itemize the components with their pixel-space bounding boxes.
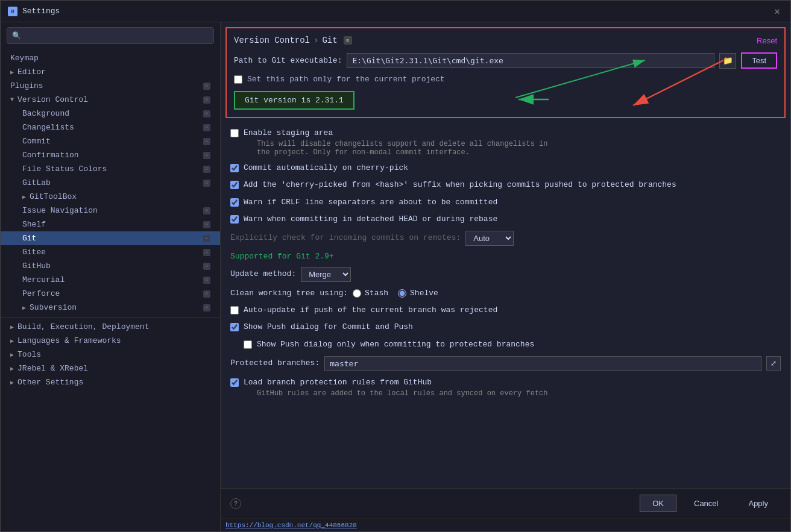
load-branch-protection-row: Load branch protection rules from GitHub… [230, 377, 781, 398]
sidebar-item-languages-frameworks[interactable]: ▶ Languages & Frameworks [1, 334, 220, 348]
stash-radio[interactable] [353, 289, 361, 298]
nav-tree: Keymap ▶ Editor Plugins ≡ ▼ Version Cont… [1, 49, 220, 531]
expand-arrow: ▶ [10, 351, 14, 358]
settings-icon: ≡ [203, 138, 210, 145]
expand-arrow: ▼ [10, 96, 14, 103]
enable-staging-desc2: the project. Only for non-modal commit i… [257, 148, 470, 157]
shelve-radio[interactable] [398, 289, 406, 298]
show-push-protected-checkbox[interactable] [244, 340, 252, 349]
reset-button[interactable]: Reset [757, 36, 777, 45]
show-push-protected-label: Show Push dialog only when committing to… [257, 339, 534, 350]
sidebar-item-tools[interactable]: ▶ Tools [1, 348, 220, 361]
commit-cherry-pick-label: Commit automatically on cherry-pick [244, 163, 408, 174]
nav-item-label: File Status Colors [22, 164, 107, 174]
help-button[interactable]: ? [230, 498, 241, 509]
search-icon: 🔍 [12, 31, 21, 40]
sidebar-item-mercurial[interactable]: Mercurial ≡ [1, 273, 220, 287]
settings-icon: ≡ [203, 290, 210, 298]
sidebar-item-perforce[interactable]: Perforce ≡ [1, 287, 220, 301]
incoming-commits-select[interactable]: Auto Always Never [465, 231, 514, 246]
nav-item-label: Perforce [22, 289, 60, 298]
protected-branches-row: Protected branches: ⤢ [230, 356, 781, 371]
auto-update-label: Auto-update if push of the current branc… [244, 305, 497, 316]
commit-cherry-pick-checkbox[interactable] [230, 164, 239, 172]
enable-staging-row: Enable staging area This will disable ch… [230, 128, 781, 157]
sidebar-item-gittoolbox[interactable]: ▶ GitToolBox [1, 190, 220, 204]
sidebar-item-jrebel-xrebel[interactable]: ▶ JRebel & XRebel [1, 361, 220, 375]
warn-detached-checkbox[interactable] [230, 215, 239, 224]
sidebar-item-gitlab[interactable]: GitLab ≡ [1, 176, 220, 190]
warn-crlf-label: Warn if CRLF line separators are about t… [244, 197, 497, 208]
cancel-button[interactable]: Cancel [681, 495, 731, 512]
warn-detached-label: Warn when committing in detached HEAD or… [244, 214, 497, 225]
load-branch-protection-label: Load branch protection rules from GitHub [244, 378, 432, 387]
sidebar-item-background[interactable]: Background ≡ [1, 107, 220, 120]
nav-item-label: Confirmation [22, 151, 79, 160]
settings-icon: ≡ [203, 207, 210, 214]
sidebar-item-git[interactable]: Git ≡ [1, 231, 220, 245]
enable-staging-checkbox[interactable] [230, 129, 239, 137]
shelve-option: Shelve [398, 288, 438, 299]
protected-branches-input[interactable] [324, 356, 761, 371]
status-url[interactable]: https://blog.csdn.net/qq_44866828 [225, 522, 357, 529]
settings-icon: ≡ [203, 221, 210, 228]
breadcrumb-separator: › [314, 36, 318, 45]
nav-item-label: Version Control [17, 95, 88, 104]
sidebar-item-commit[interactable]: Commit ≡ [1, 134, 220, 148]
update-method-select[interactable]: Merge Rebase [301, 267, 351, 282]
sidebar-item-editor[interactable]: ▶ Editor [1, 65, 220, 79]
stash-option: Stash [353, 288, 388, 299]
enable-staging-desc1: This will disable changelists support an… [257, 140, 547, 148]
set-path-checkbox[interactable] [234, 75, 242, 84]
close-button[interactable]: ✕ [771, 5, 783, 17]
show-push-dialog-label: Show Push dialog for Commit and Push [244, 322, 413, 333]
sidebar-item-version-control[interactable]: ▼ Version Control ≡ [1, 93, 220, 107]
sidebar-item-shelf[interactable]: Shelf ≡ [1, 217, 220, 231]
sidebar-item-other-settings[interactable]: ▶ Other Settings [1, 375, 220, 389]
expand-arrow: ▶ [10, 337, 14, 345]
nav-item-label: Git [22, 234, 36, 243]
sidebar-item-github[interactable]: GitHub ≡ [1, 259, 220, 273]
sidebar-item-subversion[interactable]: ▶ Subversion ≡ [1, 301, 220, 315]
warn-detached-row: Warn when committing in detached HEAD or… [230, 214, 781, 225]
update-method-row: Update method: Merge Rebase [230, 267, 781, 282]
sidebar-item-build-execution-deployment[interactable]: ▶ Build, Execution, Deployment [1, 320, 220, 334]
clean-tree-label: Clean working tree using: [230, 288, 348, 299]
warn-crlf-checkbox[interactable] [230, 198, 239, 207]
warn-crlf-row: Warn if CRLF line separators are about t… [230, 197, 781, 208]
load-branch-protection-checkbox[interactable] [230, 378, 239, 387]
expand-arrow: ▶ [10, 365, 14, 372]
sidebar-item-changelists[interactable]: Changelists ≡ [1, 120, 220, 134]
search-box[interactable]: 🔍 [7, 27, 214, 44]
cherry-pick-suffix-checkbox[interactable] [230, 181, 239, 189]
expand-arrow: ▶ [10, 324, 14, 331]
auto-update-checkbox[interactable] [230, 306, 239, 315]
settings-icon: ≡ [203, 304, 210, 311]
sidebar-item-keymap[interactable]: Keymap [1, 51, 220, 65]
apply-button[interactable]: Apply [736, 495, 781, 512]
ok-button[interactable]: OK [640, 495, 676, 512]
show-push-dialog-checkbox[interactable] [230, 323, 239, 331]
test-button[interactable]: Test [741, 52, 777, 69]
folder-browse-button[interactable]: 📁 [719, 53, 736, 69]
nav-item-label: GitHub [22, 261, 51, 271]
path-label: Path to Git executable: [234, 56, 342, 65]
git-section: Version Control › Git ≡ Reset Path to Gi… [225, 27, 786, 118]
nav-item-label: GitToolBox [30, 192, 77, 201]
settings-icon: ≡ [203, 124, 210, 131]
sidebar-item-plugins[interactable]: Plugins ≡ [1, 79, 220, 93]
expand-protected-branches-button[interactable]: ⤢ [766, 356, 781, 371]
sidebar-item-gitee[interactable]: Gitee ≡ [1, 245, 220, 259]
sidebar-item-confirmation[interactable]: Confirmation ≡ [1, 148, 220, 162]
git-path-input[interactable] [347, 53, 714, 68]
settings-icon: ≡ [203, 83, 210, 90]
app-icon: ⚙ [8, 7, 17, 16]
show-push-protected-row: Show Push dialog only when committing to… [230, 339, 781, 350]
search-input[interactable] [25, 31, 209, 40]
settings-icon: ≡ [203, 96, 210, 104]
clean-tree-row: Clean working tree using: Stash Shelve [230, 288, 781, 299]
title-bar: ⚙ Settings ✕ [1, 1, 790, 22]
sidebar-item-issue-navigation[interactable]: Issue Navigation ≡ [1, 204, 220, 217]
cherry-pick-suffix-row: Add the 'cherry-picked from <hash>' suff… [230, 180, 781, 190]
sidebar-item-file-status-colors[interactable]: File Status Colors ≡ [1, 162, 220, 176]
